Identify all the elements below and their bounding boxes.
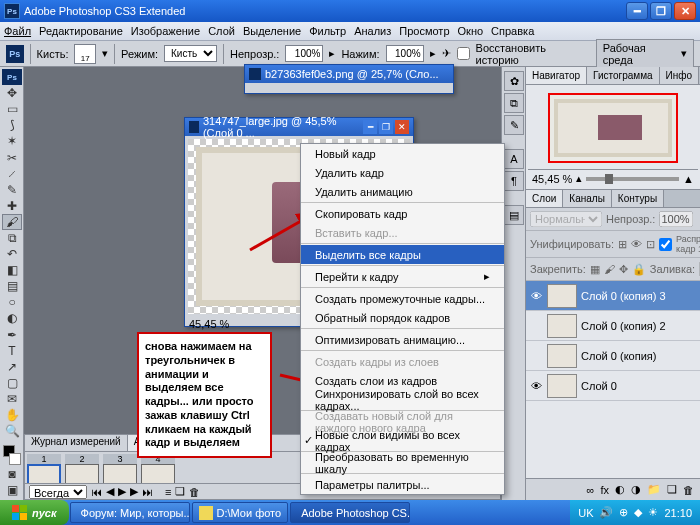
menu-window[interactable]: Окно	[458, 25, 484, 37]
zoom-in-icon[interactable]: ▲	[683, 173, 694, 185]
unify-pos-icon[interactable]: ⊞	[618, 238, 627, 251]
ctx-item[interactable]: ✓Новые слои видимы во всех кадрах	[301, 431, 504, 450]
tab-paths[interactable]: Контуры	[612, 190, 664, 207]
animation-frame[interactable]: 30 сек. ▾	[103, 454, 137, 483]
paragraph-panel-icon[interactable]: ¶	[504, 171, 524, 191]
ctx-item[interactable]: Синхронизировать слой во всех кадрах...	[301, 390, 504, 409]
tray-icon[interactable]: 🔊	[599, 506, 613, 519]
menu-analysis[interactable]: Анализ	[354, 25, 391, 37]
visibility-icon[interactable]: 👁	[529, 290, 543, 302]
menu-layer[interactable]: Слой	[208, 25, 235, 37]
pen-tool[interactable]: ✒	[2, 327, 22, 343]
brushes-panel-icon[interactable]: ✿	[504, 71, 524, 91]
tab-navigator[interactable]: Навигатор	[526, 67, 587, 84]
tray-icon[interactable]: ◆	[634, 506, 642, 519]
menu-file[interactable]: Файл	[4, 25, 31, 37]
doc-close-icon[interactable]: ✕	[395, 120, 409, 134]
fg-bg-swatch[interactable]	[2, 444, 22, 465]
menu-edit[interactable]: Редактирование	[39, 25, 123, 37]
marquee-tool[interactable]: ▭	[2, 101, 22, 117]
ctx-item[interactable]: Новый кадр	[301, 144, 504, 163]
animation-frame[interactable]: 20 сек. ▾	[65, 454, 99, 483]
ctx-item[interactable]: Выделить все кадры	[301, 245, 504, 264]
link-layers-icon[interactable]: ∞	[587, 484, 595, 496]
blur-tool[interactable]: ○	[2, 294, 22, 310]
lasso-tool[interactable]: ⟆	[2, 117, 22, 133]
next-frame-icon[interactable]: ▶	[130, 485, 138, 498]
zoom-out-icon[interactable]: ▴	[576, 172, 582, 185]
tab-histogram[interactable]: Гистограмма	[587, 67, 660, 84]
doc-maximize-icon[interactable]: ❐	[379, 120, 393, 134]
ctx-item[interactable]: Удалить кадр	[301, 163, 504, 182]
navigator-preview[interactable]	[548, 93, 678, 163]
hand-tool[interactable]: ✋	[2, 407, 22, 423]
character-panel-icon[interactable]: A	[504, 149, 524, 169]
ctx-item[interactable]: Перейти к кадру▸	[301, 267, 504, 286]
menu-help[interactable]: Справка	[491, 25, 534, 37]
brush-tool[interactable]: 🖌	[2, 214, 22, 230]
chevron-down-icon[interactable]: ▾	[102, 47, 108, 60]
tray-lang[interactable]: UK	[578, 507, 593, 519]
tray-icon[interactable]: ⊕	[619, 506, 628, 519]
taskbar-button[interactable]: Форум: Мир, которы...	[70, 502, 190, 523]
move-tool[interactable]: ✥	[2, 85, 22, 101]
workspace-button[interactable]: Рабочая среда▾	[596, 39, 694, 69]
healing-tool[interactable]: ✚	[2, 198, 22, 214]
layer-row[interactable]: Слой 0 (копия) 2	[526, 311, 700, 341]
animation-frame[interactable]: 40 сек. ▾	[141, 454, 175, 483]
tab-layers[interactable]: Слои	[526, 190, 563, 207]
new-frame-icon[interactable]: ❏	[175, 485, 185, 498]
tool-presets-icon[interactable]: ✎	[504, 115, 524, 135]
play-icon[interactable]: ▶	[118, 485, 126, 498]
chevron-right-icon[interactable]: ▸	[430, 47, 436, 60]
opacity-input[interactable]	[285, 45, 323, 62]
gradient-tool[interactable]: ▤	[2, 278, 22, 294]
first-frame-icon[interactable]: ⏮	[91, 486, 102, 498]
taskbar-button[interactable]: Adobe Photoshop CS...	[290, 502, 410, 523]
minimize-button[interactable]: ━	[626, 2, 648, 20]
restore-history-checkbox[interactable]	[457, 45, 470, 62]
layer-style-icon[interactable]: fx	[600, 484, 609, 496]
zoom-slider[interactable]	[586, 177, 679, 181]
chevron-right-icon[interactable]: ▸	[329, 47, 335, 60]
layer-comps-icon[interactable]: ▤	[504, 205, 524, 225]
tab-channels[interactable]: Каналы	[563, 190, 612, 207]
brush-preview[interactable]: 17	[74, 44, 96, 64]
delete-layer-icon[interactable]: 🗑	[683, 484, 694, 496]
history-brush-tool[interactable]: ↶	[2, 246, 22, 262]
shape-tool[interactable]: ▢	[2, 375, 22, 391]
tray-clock[interactable]: 21:10	[664, 507, 692, 519]
wand-tool[interactable]: ✶	[2, 133, 22, 149]
flow-input[interactable]	[386, 45, 424, 62]
eyedropper-tool[interactable]: ✎	[2, 182, 22, 198]
ctx-item[interactable]: Обратный порядок кадров	[301, 308, 504, 327]
quickmask-toggle[interactable]: ◙	[2, 466, 22, 482]
close-button[interactable]: ✕	[674, 2, 696, 20]
lock-trans-icon[interactable]: ▦	[590, 263, 600, 276]
zoom-tool[interactable]: 🔍	[2, 423, 22, 439]
loop-select[interactable]: Всегда	[29, 485, 87, 499]
ctx-item[interactable]: Скопировать кадр	[301, 204, 504, 223]
tray-icon[interactable]: ☀	[648, 506, 658, 519]
maximize-button[interactable]: ❐	[650, 2, 672, 20]
layer-group-icon[interactable]: 📁	[647, 483, 661, 496]
layer-opacity-input[interactable]	[659, 211, 693, 227]
crop-tool[interactable]: ✂	[2, 149, 22, 165]
clone-source-icon[interactable]: ⧉	[504, 93, 524, 113]
layer-row[interactable]: 👁Слой 0 (копия) 3	[526, 281, 700, 311]
path-tool[interactable]: ↗	[2, 359, 22, 375]
menu-view[interactable]: Просмотр	[399, 25, 449, 37]
new-layer-icon[interactable]: ❏	[667, 483, 677, 496]
layer-mask-icon[interactable]: ◐	[615, 483, 625, 496]
lock-all-icon[interactable]: 🔒	[632, 263, 646, 276]
ctx-item[interactable]: Создать промежуточные кадры...	[301, 289, 504, 308]
dodge-tool[interactable]: ◐	[2, 310, 22, 326]
screenmode-toggle[interactable]: ▣	[2, 482, 22, 498]
taskbar-button[interactable]: D:\Мои фото	[192, 502, 289, 523]
last-frame-icon[interactable]: ⏭	[142, 486, 153, 498]
start-button[interactable]: пуск	[0, 500, 69, 525]
prev-frame-icon[interactable]: ◀	[106, 485, 114, 498]
slice-tool[interactable]: ⟋	[2, 166, 22, 182]
mode-select[interactable]: Кисть	[164, 45, 217, 62]
propagate-checkbox[interactable]	[659, 238, 672, 251]
